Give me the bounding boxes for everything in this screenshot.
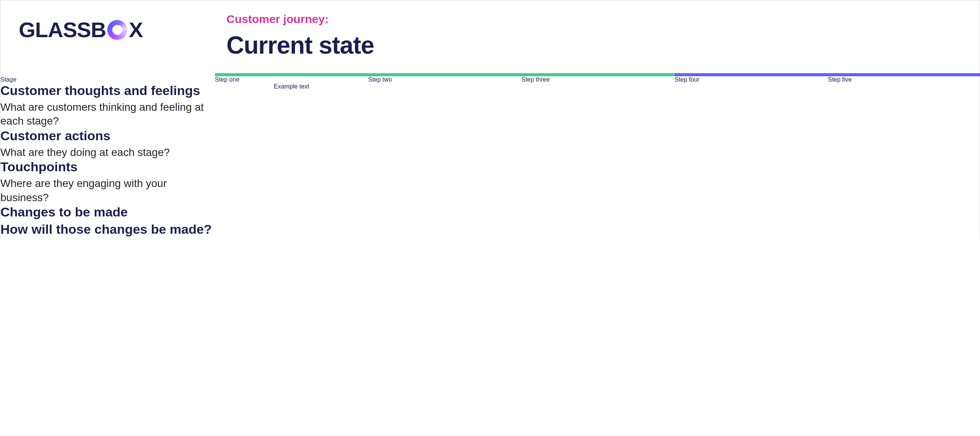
cell-r3-c5[interactable] [828,159,980,205]
colbar-step4 [675,73,828,76]
row-title: Changes to be made [0,205,215,220]
row-sub: What are customers thinking and feeling … [0,100,215,128]
row-sub: What are they doing at each stage? [0,146,215,159]
cell-r2-c1[interactable] [215,128,368,159]
cell-r4-c1[interactable] [215,205,368,222]
title-area: Customer journey: Current state [215,13,980,73]
col-header-step2: Step two [368,76,521,83]
page-container: GLASSB X Customer journey: Current state… [0,0,980,239]
colbar-spacer [0,73,215,76]
row-title: How will those changes be made? [0,222,215,237]
colbar-step5 [828,73,980,76]
cell-r2-c4[interactable] [675,128,828,159]
cell-r5-c3[interactable] [521,222,675,239]
page-header: GLASSB X Customer journey: Current state [0,0,980,73]
cell-r5-c2[interactable] [368,222,521,239]
col-header-step4: Step four [675,76,828,83]
glassbox-logo: GLASSB X [19,17,215,42]
cell-r3-c4[interactable] [675,159,828,205]
cell-r4-c4[interactable] [675,205,828,222]
stage-header: Stage [0,76,215,83]
cell-r4-c5[interactable] [828,205,980,222]
cell-r4-c3[interactable] [521,205,675,222]
cell-r1-c1[interactable]: Example text [215,83,368,128]
cell-r1-c4[interactable] [675,83,828,128]
cell-r3-c2[interactable] [368,159,521,205]
logo-o-icon [107,20,127,40]
colbar-step3 [521,73,675,76]
cell-r1-c5[interactable] [828,83,980,128]
cell-r5-c1[interactable] [215,222,368,239]
row-label-changes: Changes to be made [0,205,215,222]
cell-r3-c3[interactable] [521,159,675,205]
logo-text-part1: GLASSB [19,17,106,42]
cell-r2-c2[interactable] [368,128,521,159]
eyebrow-label: Customer journey: [226,13,980,26]
row-label-touchpoints: Touchpoints Where are they engaging with… [0,159,215,205]
row-title: Customer actions [0,128,215,143]
row-label-thoughts: Customer thoughts and feelings What are … [0,83,215,128]
col-header-step5: Step five [828,76,980,83]
page-title: Current state [226,31,980,59]
logo-area: GLASSB X [0,13,215,42]
colbar-step2 [368,73,521,76]
cell-r2-c3[interactable] [521,128,675,159]
cell-r5-c5[interactable] [828,222,980,239]
cell-r5-c4[interactable] [675,222,828,239]
col-header-step1: Step one [215,76,368,83]
row-title: Customer thoughts and feelings [0,83,215,98]
row-title: Touchpoints [0,159,215,174]
colbar-step1 [215,73,368,76]
cell-r1-c3[interactable] [521,83,675,128]
cell-r3-c1[interactable] [215,159,368,205]
row-label-actions: Customer actions What are they doing at … [0,128,215,159]
logo-text-part2: X [129,17,143,42]
cell-r4-c2[interactable] [368,205,521,222]
col-header-step3: Step three [521,76,675,83]
row-label-how: How will those changes be made? [0,222,215,239]
row-sub: Where are they engaging with your busine… [0,177,215,205]
journey-table: Stage Step one Step two Step three Step … [0,73,980,239]
cell-r2-c5[interactable] [828,128,980,159]
cell-r1-c2[interactable] [368,83,521,128]
